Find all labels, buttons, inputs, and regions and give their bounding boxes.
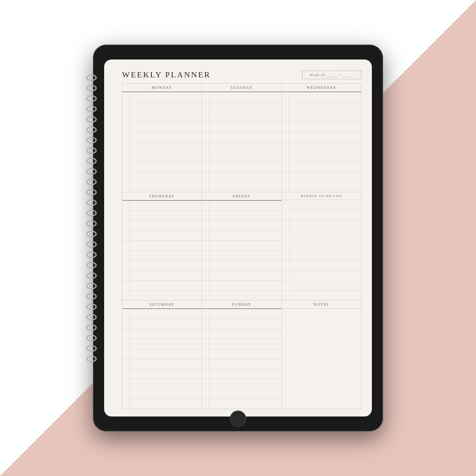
sunday-lines[interactable] xyxy=(209,309,281,409)
saturday-lines[interactable] xyxy=(130,309,202,409)
ring-7 xyxy=(86,137,97,144)
ring-2 xyxy=(86,85,97,91)
sunday-cell: SUNDAY xyxy=(202,300,282,409)
ring-9 xyxy=(86,158,97,164)
ring-14 xyxy=(86,210,97,216)
tuesday-cell: TUESDAY xyxy=(202,84,282,192)
ring-6 xyxy=(86,126,97,133)
monday-lines[interactable] xyxy=(130,92,202,192)
ring-15 xyxy=(86,220,97,227)
ring-8 xyxy=(86,147,97,154)
planner-title: WEEKLY PLANNER xyxy=(122,70,211,80)
wednesday-header: WEDNESDAY xyxy=(282,84,361,92)
wednesday-time-col xyxy=(282,92,289,192)
tuesday-header: TUESDAY xyxy=(202,84,281,92)
notes-area[interactable] xyxy=(282,309,361,409)
grid-row-top: MONDAY xyxy=(122,84,361,192)
todo-content[interactable] xyxy=(282,200,361,300)
saturday-content xyxy=(122,309,202,409)
ring-5 xyxy=(86,116,97,123)
tablet-frame: WEEKLY PLANNER Week of: _____ / _____ MO… xyxy=(93,45,383,431)
tablet-screen: WEEKLY PLANNER Week of: _____ / _____ MO… xyxy=(104,60,372,416)
saturday-header: SATURDAY xyxy=(122,300,202,309)
grid-row-bot: SATURDAY xyxy=(122,300,361,409)
thursday-cell: THURSDAY xyxy=(122,192,202,300)
sunday-time-col xyxy=(202,309,209,409)
weekly-todo-header: WEEKLY TO DO LIST xyxy=(282,192,361,200)
ring-3 xyxy=(86,95,97,102)
saturday-time-col xyxy=(122,309,130,409)
ring-13 xyxy=(86,199,97,206)
tuesday-lines[interactable] xyxy=(209,92,281,192)
ring-17 xyxy=(86,241,97,248)
wednesday-content xyxy=(282,92,361,192)
ring-27 xyxy=(86,345,97,352)
thursday-lines[interactable] xyxy=(130,201,202,300)
thursday-content xyxy=(122,201,202,300)
sunday-header: SUNDAY xyxy=(202,300,281,309)
week-of-box[interactable]: Week of: _____ / _____ xyxy=(302,71,361,79)
ring-28 xyxy=(86,356,97,362)
ring-21 xyxy=(86,283,97,289)
ring-11 xyxy=(86,178,97,185)
ring-20 xyxy=(86,272,97,279)
notes-cell: NOTES xyxy=(282,300,361,409)
spiral-rings xyxy=(86,74,97,362)
friday-cell: FRIDAY xyxy=(202,192,282,300)
monday-time-col xyxy=(122,92,130,192)
wednesday-cell: WEDNESDAY xyxy=(282,84,361,192)
ring-24 xyxy=(86,314,97,321)
ring-26 xyxy=(86,335,97,341)
planner-grid: MONDAY xyxy=(122,83,361,409)
ring-18 xyxy=(86,251,97,258)
week-of-label: Week of: _____ / _____ xyxy=(310,73,354,77)
monday-cell: MONDAY xyxy=(122,84,202,192)
ring-25 xyxy=(86,324,97,331)
ring-1 xyxy=(86,74,97,81)
ring-12 xyxy=(86,189,97,196)
ring-23 xyxy=(86,303,97,310)
ring-10 xyxy=(86,168,97,175)
ring-22 xyxy=(86,293,97,300)
friday-content xyxy=(202,201,281,300)
monday-content xyxy=(122,92,202,192)
tuesday-time-col xyxy=(202,92,209,192)
friday-lines[interactable] xyxy=(209,201,281,300)
thursday-header: THURSDAY xyxy=(122,192,202,201)
wednesday-lines[interactable] xyxy=(289,92,361,192)
ring-16 xyxy=(86,231,97,237)
sunday-content xyxy=(202,309,281,409)
ring-19 xyxy=(86,262,97,268)
planner-header: WEEKLY PLANNER Week of: _____ / _____ xyxy=(122,70,361,80)
weekly-todo-cell: WEEKLY TO DO LIST xyxy=(282,192,361,300)
planner: WEEKLY PLANNER Week of: _____ / _____ MO… xyxy=(104,60,372,416)
thursday-time-col xyxy=(122,201,130,300)
friday-header: FRIDAY xyxy=(202,192,281,201)
notes-header: NOTES xyxy=(282,300,361,309)
saturday-cell: SATURDAY xyxy=(122,300,202,409)
friday-time-col xyxy=(202,201,209,300)
tuesday-content xyxy=(202,92,281,192)
grid-row-mid: THURSDAY xyxy=(122,192,361,301)
ring-4 xyxy=(86,106,97,112)
home-button[interactable] xyxy=(230,411,246,427)
monday-header: MONDAY xyxy=(122,84,202,92)
